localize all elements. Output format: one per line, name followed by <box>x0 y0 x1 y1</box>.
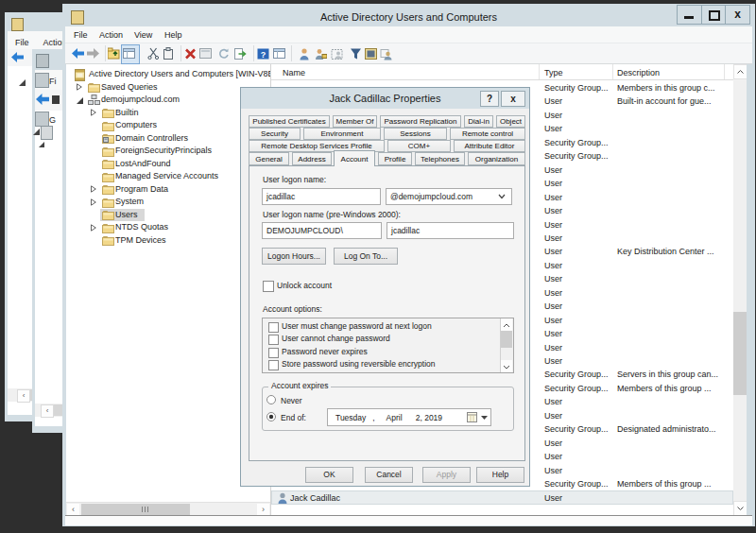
svg-text:?: ? <box>261 50 266 60</box>
